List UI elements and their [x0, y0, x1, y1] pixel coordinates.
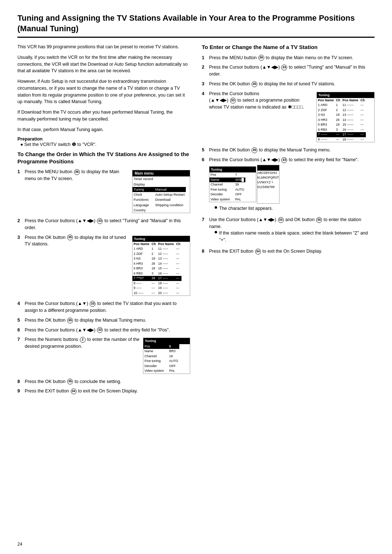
step-right-6-bullet: ● The character list appears.	[214, 205, 375, 212]
step-right-6: 6 Press the Cursor buttons (▲▼◀▶) 33 to …	[202, 156, 375, 213]
preparation-title: Preparation	[17, 137, 190, 142]
btn-cursor6-icon: 33	[281, 157, 287, 163]
detail-pos-screen: Tuning Pos5 NameBR3 Channel18 Fine tunin…	[143, 338, 190, 374]
step-left-7: 7 Press the Numeric buttons 2 to enter t…	[17, 336, 190, 375]
step-left-5: 5 Press the OK button 35 to display the …	[17, 317, 190, 324]
step-left-8: 8 Press the OK button 35 to conclude the…	[17, 378, 190, 385]
step-left-6: 6 Press the Cursor buttons (▲▼◀▶) 33 to …	[17, 327, 190, 334]
intro-p1: This VCR has 99 programme positions that…	[17, 44, 190, 50]
page-number: 24	[17, 542, 22, 547]
main-menu-screen: Main menu Timer record Display TuningMan…	[132, 170, 190, 213]
step-right-5: 5 Press the OK button 35 to display the …	[202, 147, 375, 154]
right-steps: 1 Press the MENU button 36 to display th…	[202, 54, 375, 255]
step-right-2: 2 Press the Cursor buttons (▲▼◀▶) 33 to …	[202, 64, 375, 78]
section-left-title: To Change the Order in Which the TV Stat…	[17, 151, 190, 165]
btn-ok7-icon: 35	[316, 217, 322, 223]
btn-cursor-r-icon: 33	[281, 65, 287, 70]
step-right-7-bullet: ● If the station name needs a blank spac…	[214, 230, 375, 244]
step-right-3: 3 Press the OK button 35 to display the …	[202, 81, 375, 87]
btn-numeric-icon: 2	[80, 337, 86, 343]
left-steps: 1 Press the MENU button 36 to display th…	[17, 168, 190, 395]
btn-cursor7-icon: 33	[278, 217, 284, 223]
btn-menu-icon: 36	[74, 169, 80, 175]
btn-ok-r-icon: 35	[252, 81, 257, 87]
btn-cursor4-icon: 33	[230, 98, 236, 103]
btn-exit-icon: 34	[71, 388, 77, 394]
step-right-1: 1 Press the MENU button 36 to display th…	[202, 54, 375, 61]
step-right-4: 4 Press the Cursor buttons (▲▼◀▶) 33 to …	[202, 90, 375, 144]
btn-menu-r-icon: 36	[258, 55, 264, 61]
btn-ok-icon: 35	[67, 235, 73, 240]
step-right-8: 8 Press the EXIT button 34 to exit the O…	[202, 248, 375, 255]
step-right-7: 7 Use the Cursor buttons (▲▼◀▶) 33 and O…	[202, 216, 375, 245]
tuning-list-left-screen: Tuning Pos NameChPos NameCh 1 ARD111 ---…	[132, 236, 190, 296]
section-right-title: To Enter or Change the Name of a TV Stat…	[202, 44, 375, 51]
btn-cursor-icon: 33	[97, 218, 103, 224]
intro-p4: If Download from the TV occurs after you…	[17, 109, 190, 123]
intro-p3: However, if Auto Setup is not successful…	[17, 78, 190, 105]
step-left-2: 2 Press the Cursor buttons (▲▼◀▶) 33 to …	[17, 217, 190, 231]
step-left-9: 9 Press the EXIT button 34 to exit the O…	[17, 388, 190, 395]
page-title: Tuning and Assigning the TV Stations Ava…	[17, 13, 375, 38]
step-left-1: 1 Press the MENU button 36 to display th…	[17, 168, 190, 215]
step-left-4: 4 Press the Cursor buttons (▲▼) 33 to se…	[17, 300, 190, 314]
char-grid-screen: ABCDEFGHIJ KLMNOPQRST UVWXYZ + 012345678…	[257, 165, 279, 204]
preparation-text: ● Set the VCR/TV switch ❶ to "VCR".	[20, 142, 190, 147]
btn-ok2-icon: 35	[67, 318, 73, 323]
step-left-1-text: Press the MENU button 36 to display the …	[25, 168, 126, 182]
step-left-3: 3 Press the OK button 35 to display the …	[17, 234, 190, 298]
right-column: To Enter or Change the Name of a TV Stat…	[202, 44, 375, 398]
preparation-block: Preparation ● Set the VCR/TV switch ❶ to…	[17, 137, 190, 147]
left-column: This VCR has 99 programme positions that…	[17, 44, 190, 398]
btn-exit-r-icon: 34	[255, 249, 261, 254]
btn-ok3-icon: 35	[67, 379, 73, 384]
btn-cursor2-icon: 33	[90, 301, 95, 307]
btn-ok5-icon: 35	[252, 147, 257, 153]
detail-name-screen: Tuning Pos7 NameSFB█ Channel39 Fine tuni…	[209, 166, 256, 202]
btn-cursor3-icon: 33	[97, 327, 103, 333]
intro-p2: Usually, if you switch the VCR on for th…	[17, 54, 190, 74]
tuning-list-right-screen: Tuning Pos NameChPos NameCh 1 ARD111 ---…	[317, 92, 375, 143]
intro-p5: In that case, perform Manual Tuning agai…	[17, 126, 190, 133]
